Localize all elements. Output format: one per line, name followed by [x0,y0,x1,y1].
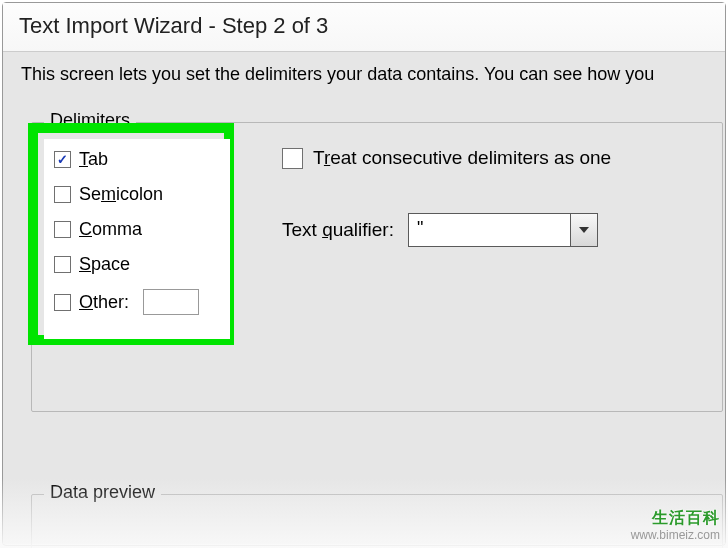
checkbox-treat-consecutive[interactable] [282,148,303,169]
other-delimiter-input[interactable] [143,289,199,315]
watermark-url: www.bimeiz.com [631,528,720,542]
text-qualifier-row: Text qualifier: " [282,213,611,247]
delimiter-row-semicolon[interactable]: Semicolon [54,184,220,205]
data-preview-legend: Data preview [44,482,161,503]
dialog-window: Text Import Wizard - Step 2 of 3 This sc… [2,2,726,546]
delimiters-groupbox: Delimiters Tab Semicolon Comma [31,122,723,412]
delimiters-panel: Tab Semicolon Comma Space [44,139,230,339]
window-title: Text Import Wizard - Step 2 of 3 [3,3,725,52]
highlight-annotation: Tab Semicolon Comma Space [28,123,234,345]
checkbox-comma[interactable] [54,221,71,238]
checkbox-tab[interactable] [54,151,71,168]
text-qualifier-combo[interactable]: " [408,213,598,247]
data-preview-groupbox: Data preview [31,494,723,548]
checkbox-space[interactable] [54,256,71,273]
label-semicolon: Semicolon [79,184,163,205]
delimiter-row-other[interactable]: Other: [54,289,220,315]
delimiter-row-tab[interactable]: Tab [54,149,220,170]
right-controls: Treat consecutive delimiters as one Text… [282,147,611,247]
watermark: 生活百科 www.bimeiz.com [631,508,720,542]
client-area: This screen lets you set the delimiters … [3,52,725,544]
label-comma: Comma [79,219,142,240]
delimiter-row-comma[interactable]: Comma [54,219,220,240]
wizard-description: This screen lets you set the delimiters … [3,52,725,103]
chevron-down-icon [579,227,589,233]
label-tab: Tab [79,149,108,170]
watermark-site: 生活百科 [631,508,720,527]
combo-dropdown-button[interactable] [570,213,598,247]
label-treat-consecutive: Treat consecutive delimiters as one [313,147,611,169]
checkbox-semicolon[interactable] [54,186,71,203]
checkbox-other[interactable] [54,294,71,311]
label-text-qualifier: Text qualifier: [282,219,394,241]
label-space: Space [79,254,130,275]
text-qualifier-value[interactable]: " [408,213,570,247]
label-other: Other: [79,292,129,313]
treat-consecutive-row[interactable]: Treat consecutive delimiters as one [282,147,611,169]
delimiter-row-space[interactable]: Space [54,254,220,275]
